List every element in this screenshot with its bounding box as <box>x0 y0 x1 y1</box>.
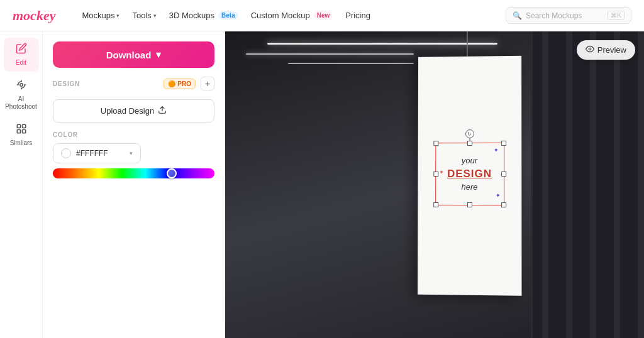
light-strip-1 <box>267 43 497 45</box>
design-text-design: DESIGN <box>447 166 492 182</box>
sparkle-icon: ✦ <box>496 192 501 200</box>
controls-panel: Download ▾ DESIGN 🟠 PRO + Upload Design <box>43 31 225 338</box>
sidebar-item-edit[interactable]: Edit <box>4 38 39 72</box>
similars-icon <box>16 123 27 138</box>
new-badge: New <box>314 11 333 19</box>
svg-point-0 <box>19 84 23 87</box>
design-section-label: DESIGN <box>53 80 158 87</box>
handle-br[interactable] <box>501 202 506 207</box>
download-chevron-icon: ▾ <box>156 49 161 60</box>
logo[interactable]: mockey <box>13 8 55 24</box>
svg-rect-2 <box>22 124 25 128</box>
design-text-your: your <box>462 155 477 166</box>
nav-custom-mockup[interactable]: Custom Mockup New <box>246 8 338 23</box>
spectrum-thumb[interactable] <box>167 168 177 178</box>
svg-rect-4 <box>22 130 25 133</box>
beta-badge: Beta <box>218 11 238 19</box>
color-picker[interactable]: #FFFFFF ▾ <box>53 143 141 163</box>
search-box[interactable]: 🔍 Search Mockups ⌘K <box>506 7 631 24</box>
download-button[interactable]: Download ▾ <box>53 41 214 68</box>
handle-bl[interactable] <box>433 202 438 207</box>
handle-lm[interactable] <box>433 172 438 177</box>
chevron-down-icon: ▾ <box>116 13 119 19</box>
handle-tl[interactable] <box>433 141 438 146</box>
sparkle-icon: ✦ <box>439 168 444 177</box>
main-nav: Mockups ▾ Tools ▾ 3D Mockups Beta Custom… <box>77 8 491 23</box>
main-layout: Edit AI Photoshoot <box>0 31 644 338</box>
svg-rect-1 <box>17 124 20 128</box>
banner-mockup: ↻ ✦ ✦ ✦ your <box>418 56 521 296</box>
sidebar-item-ai-photoshoot[interactable]: AI Photoshoot <box>4 74 39 116</box>
sidebar-ai-label: AI Photoshoot <box>5 95 37 111</box>
download-label: Download <box>106 50 152 60</box>
pro-icon: 🟠 <box>168 80 175 87</box>
upload-design-button[interactable]: Upload Design <box>53 99 214 123</box>
mockup-scene: // will render via CSS loops below ↻ <box>225 31 644 338</box>
header: mockey Mockups ▾ Tools ▾ 3D Mockups Beta… <box>0 0 644 31</box>
color-swatch <box>61 148 71 158</box>
rotate-handle[interactable]: ↻ <box>465 129 474 138</box>
color-dropdown-icon: ▾ <box>130 150 133 156</box>
add-design-button[interactable]: + <box>201 77 214 90</box>
preview-label: Preview <box>597 45 626 55</box>
design-section: DESIGN 🟠 PRO + <box>53 77 214 90</box>
search-icon: 🔍 <box>513 11 522 20</box>
add-icon: + <box>205 79 210 89</box>
nav-mockups[interactable]: Mockups ▾ <box>77 8 125 23</box>
sidebar-edit-label: Edit <box>16 59 26 67</box>
preview-button[interactable]: Preview <box>577 40 635 60</box>
color-spectrum[interactable] <box>53 168 214 178</box>
color-section: COLOR #FFFFFF ▾ <box>53 131 214 178</box>
handle-tr[interactable] <box>501 141 506 146</box>
design-placeholder-text: ✦ ✦ ✦ your DESIGN here <box>436 143 504 205</box>
slat-wall: // will render via CSS loops below <box>518 31 644 338</box>
nav-pricing[interactable]: Pricing <box>340 8 375 23</box>
light-strip-2 <box>246 53 413 55</box>
sidebar-item-similars[interactable]: Similars <box>4 118 39 152</box>
pro-badge: 🟠 PRO <box>164 79 196 89</box>
nav-tools[interactable]: Tools ▾ <box>127 8 161 23</box>
color-section-label: COLOR <box>53 131 214 138</box>
light-strip-3 <box>288 63 414 64</box>
pro-label: PRO <box>177 80 191 87</box>
search-shortcut: ⌘K <box>608 11 625 20</box>
design-row: DESIGN 🟠 PRO + <box>53 77 214 90</box>
canvas-area: // will render via CSS loops below ↻ <box>225 31 644 338</box>
handle-rm[interactable] <box>501 172 506 177</box>
handle-bm[interactable] <box>467 202 472 207</box>
sparkle-icon: ✦ <box>494 146 499 155</box>
sidebar: Edit AI Photoshoot <box>0 31 43 338</box>
chevron-down-icon: ▾ <box>153 13 157 19</box>
svg-rect-3 <box>17 130 20 133</box>
edit-icon <box>16 43 27 57</box>
color-hex-value: #FFFFFF <box>76 149 125 158</box>
upload-label: Upload Design <box>101 106 154 116</box>
search-placeholder: Search Mockups <box>526 11 604 20</box>
ai-photoshoot-icon <box>16 79 27 94</box>
design-text-here: here <box>462 182 478 193</box>
handle-tm[interactable] <box>467 141 472 146</box>
svg-point-6 <box>589 48 591 50</box>
design-area[interactable]: ↻ ✦ ✦ ✦ your <box>435 143 504 205</box>
sidebar-similars-label: Similars <box>10 139 33 147</box>
upload-icon <box>158 106 167 116</box>
nav-3d-mockups[interactable]: 3D Mockups Beta <box>164 8 243 23</box>
eye-icon <box>586 45 594 55</box>
